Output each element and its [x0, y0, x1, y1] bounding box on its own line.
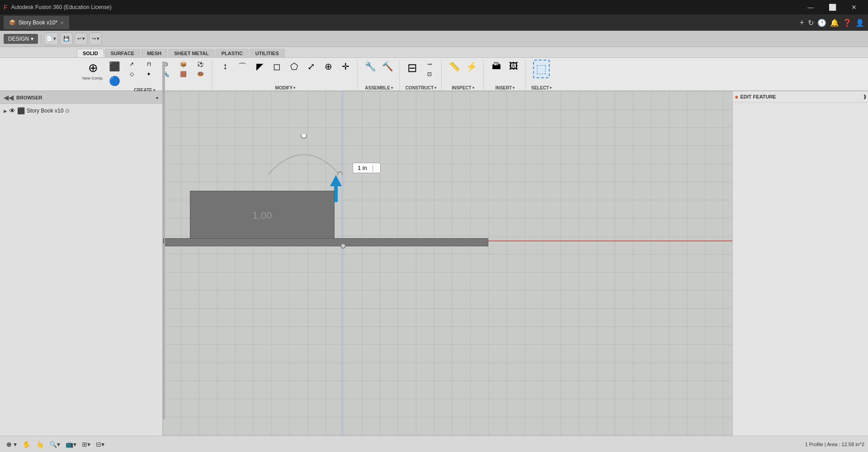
undo-button[interactable]: ↩▾: [75, 33, 87, 45]
create-sphere-btn[interactable]: ⚽: [192, 60, 208, 69]
modify-group-label[interactable]: MODIFY ▾: [274, 85, 297, 90]
toolbar-top: DESIGN ▾ 📄▾ 💾 ↩▾ ↪▾: [0, 31, 868, 47]
construct-group-label[interactable]: CONSTRUCT ▾: [405, 85, 438, 90]
assemble-dropdown-arrow: ▾: [391, 86, 393, 90]
assemble-asbuilt-btn[interactable]: 🔨: [379, 60, 396, 73]
select-btn[interactable]: ⬚: [533, 60, 550, 78]
profile-button[interactable]: 👤: [855, 19, 864, 27]
redo-button[interactable]: ↪▾: [89, 33, 102, 45]
tab-plastic[interactable]: PLASTIC: [216, 49, 249, 57]
tab-sheet-metal[interactable]: SHEET METAL: [168, 49, 215, 57]
zoom-btn[interactable]: 🔍▾: [47, 438, 62, 450]
browser-content: ▶ 👁 ⬛ Story Book v10 ⊙: [0, 104, 162, 436]
browser-pin-btn[interactable]: ●: [156, 95, 159, 100]
tab-utilities[interactable]: UTILITIES: [250, 49, 285, 57]
new-button[interactable]: 📄▾: [44, 33, 58, 45]
chamfer-icon: ◤: [256, 61, 263, 72]
undo-dropdown-arrow: ▾: [82, 36, 85, 42]
browser-collapse-btn[interactable]: ◀◀: [4, 94, 14, 101]
titlebar: F Autodesk Fusion 360 (Education License…: [0, 0, 868, 14]
arc-handle-container[interactable]: [263, 134, 344, 175]
shell-icon: ◻: [273, 61, 281, 72]
modify-draft-btn[interactable]: ⬠: [286, 60, 302, 73]
tree-record-btn[interactable]: ⊙: [65, 108, 70, 114]
joint-icon: 🔧: [365, 61, 376, 72]
create-thread-btn[interactable]: 🔩: [158, 70, 174, 79]
move-tool-btn[interactable]: ⊕▾: [4, 438, 19, 450]
create-revolve-btn[interactable]: 🔵: [106, 74, 123, 88]
app-icon: F: [4, 4, 8, 11]
new-tab-button[interactable]: +: [799, 18, 804, 28]
assemble-joint-btn[interactable]: 🔧: [362, 60, 378, 73]
tree-visibility-icon[interactable]: 👁: [9, 107, 15, 114]
move-icon: ⊕: [5, 440, 14, 448]
create-hole-btn[interactable]: ⊙: [158, 60, 174, 69]
construct-point-btn[interactable]: ⊡: [421, 70, 438, 79]
tab-close-button[interactable]: ✕: [60, 20, 64, 25]
modify-move-btn[interactable]: ✛: [337, 60, 354, 73]
modify-scale-btn[interactable]: ⤢: [303, 60, 319, 73]
refresh-button[interactable]: ↻: [808, 19, 814, 27]
save-button[interactable]: 💾: [60, 33, 73, 45]
modify-fillet-btn[interactable]: ⌒: [234, 60, 250, 75]
create-box-btn[interactable]: 📦: [175, 60, 191, 69]
create-web-btn[interactable]: ✦: [141, 70, 157, 79]
bottom-handle-dot[interactable]: [340, 243, 346, 249]
notifications-button[interactable]: 🔔: [830, 19, 839, 27]
create-sweep-btn[interactable]: ↗: [123, 60, 140, 69]
clock-icon: 🕐: [817, 19, 826, 27]
insert-label: INSERT: [495, 85, 512, 90]
torus-icon: 🍩: [197, 71, 204, 77]
create-torus-btn[interactable]: 🍩: [192, 70, 208, 79]
create-new-component-btn[interactable]: ⊕ New Comp.: [80, 60, 105, 82]
grid-btn[interactable]: ⊞▾: [80, 438, 92, 450]
construct-axis-btn[interactable]: ⊸: [421, 60, 438, 69]
document-tab[interactable]: 📦 Story Book v10* ✕: [4, 16, 69, 29]
tab-surface[interactable]: SURFACE: [105, 49, 141, 57]
display-mode-btn[interactable]: 📺▾: [64, 438, 78, 450]
design-dropdown[interactable]: DESIGN ▾: [4, 34, 38, 44]
rib-icon: ⊓: [147, 61, 151, 67]
measure-box[interactable]: 1 in ⋮: [353, 163, 381, 173]
inspect-interference-btn[interactable]: ⚡: [463, 60, 480, 73]
viewport-layout-btn[interactable]: ⊟▾: [94, 438, 106, 450]
select-group-label[interactable]: SELECT ▾: [530, 85, 552, 90]
insert-derive-btn[interactable]: 🏔: [488, 60, 505, 73]
assemble-label: ASSEMBLE: [365, 85, 390, 90]
help-button[interactable]: ❓: [843, 19, 852, 27]
measure-menu-btn[interactable]: ⋮: [370, 165, 376, 171]
ribbon-tabs: SOLID SURFACE MESH SHEET METAL PLASTIC U…: [0, 47, 868, 58]
scale-icon: ⤢: [307, 61, 315, 72]
bottom-toolbar: ⊕▾ ✋ 👆 🔍▾ 📺▾ ⊞▾ ⊟▾ 1 Profile | Area : 12…: [0, 436, 868, 452]
maximize-button[interactable]: ⬜: [822, 0, 843, 14]
sphere-icon: ⚽: [197, 61, 204, 67]
modify-combine-btn[interactable]: ⊕: [320, 60, 336, 73]
revolve-icon: 🔵: [109, 75, 120, 86]
tab-mesh[interactable]: MESH: [141, 49, 167, 57]
modify-chamfer-btn[interactable]: ◤: [251, 60, 268, 73]
inspect-group-label[interactable]: INSPECT ▾: [451, 85, 475, 90]
create-loft-btn[interactable]: ◇: [123, 70, 140, 79]
select-label: SELECT: [531, 85, 549, 90]
left-panel-collapse-handle[interactable]: |: [162, 61, 165, 419]
viewport[interactable]: 1.00 1 in ⋮ FRONT TOP: [163, 91, 868, 436]
measure-icon: 📏: [449, 61, 460, 72]
tree-item-storybook[interactable]: ▶ 👁 ⬛ Story Book v10 ⊙: [2, 106, 160, 116]
create-extrude-btn[interactable]: ⬛: [106, 60, 123, 73]
modify-shell-btn[interactable]: ◻: [269, 60, 285, 73]
pan-btn[interactable]: ✋: [20, 438, 32, 450]
create-rib-btn[interactable]: ⊓: [141, 60, 157, 69]
measure-value: 1 in: [358, 165, 367, 171]
panel-expand-btn[interactable]: ⟫: [863, 94, 866, 100]
create-cylinder-btn[interactable]: 🟫: [175, 70, 191, 79]
assemble-group-label[interactable]: ASSEMBLE ▾: [364, 85, 394, 90]
minimize-button[interactable]: —: [800, 0, 821, 14]
inspect-measure-btn[interactable]: 📏: [446, 60, 462, 73]
orbit-btn[interactable]: 👆: [34, 438, 46, 450]
tab-solid[interactable]: SOLID: [77, 49, 104, 57]
construct-offset-plane-btn[interactable]: ⊟: [404, 60, 420, 76]
modify-press-pull-btn[interactable]: ↕: [217, 60, 233, 73]
insert-decal-btn[interactable]: 🖼: [505, 60, 522, 73]
insert-group-label[interactable]: INSERT ▾: [495, 85, 516, 90]
close-button[interactable]: ✕: [844, 0, 864, 14]
